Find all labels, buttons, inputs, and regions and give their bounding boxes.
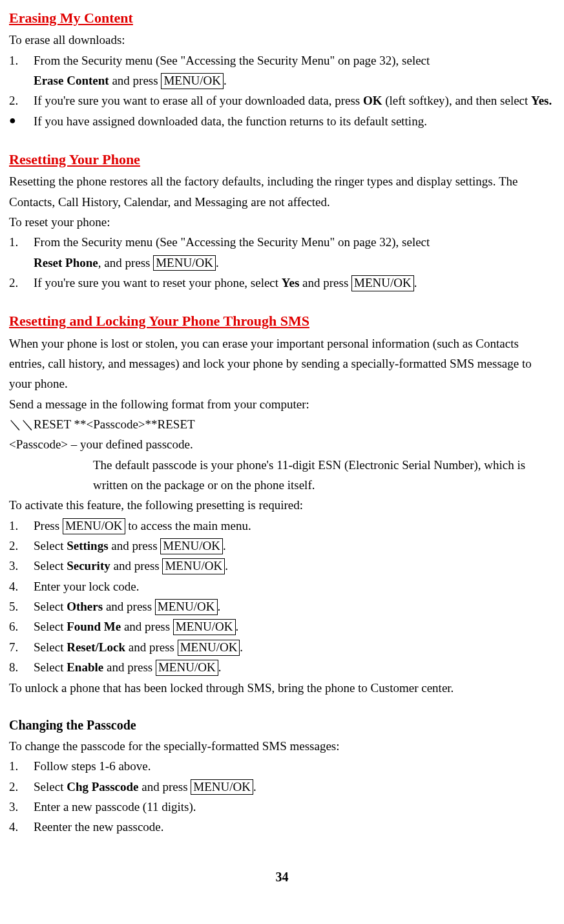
paragraph: Resetting the phone restores all the fac…: [9, 171, 555, 212]
boxed-key: MENU/OK: [156, 660, 218, 676]
boxed-key: MENU/OK: [160, 538, 223, 554]
list-body: Select Security and press MENU/OK.: [34, 556, 555, 576]
list-item: 6. Select Found Me and press MENU/OK.: [9, 616, 555, 636]
passcode-note: The default passcode is your phone's 11-…: [9, 455, 555, 496]
list-number: 8.: [9, 657, 34, 677]
page-number: 34: [9, 866, 555, 888]
bold-text: Found Me: [67, 620, 121, 633]
text: .: [216, 256, 219, 269]
bold-text: Erase Content: [34, 74, 109, 87]
bold-text: Security: [67, 559, 110, 572]
list-body: If you have assigned downloaded data, th…: [34, 111, 555, 131]
list-body: Select Enable and press MENU/OK.: [34, 657, 555, 677]
text: Select: [34, 600, 67, 613]
heading-resetting-your-phone: Resetting Your Phone: [9, 148, 555, 171]
text: and press: [125, 640, 178, 654]
boxed-key: MENU/OK: [351, 275, 414, 291]
text: .: [223, 539, 226, 552]
list-item: 7. Select Reset/Lock and press MENU/OK.: [9, 637, 555, 657]
list-item: 2. If you're sure you want to reset your…: [9, 273, 555, 293]
list-number: 1.: [9, 516, 34, 536]
text: .: [225, 559, 228, 572]
list-number: 7.: [9, 637, 34, 657]
boxed-key: MENU/OK: [153, 255, 216, 271]
boxed-key: MENU/OK: [178, 640, 240, 656]
boxed-key: MENU/OK: [63, 518, 125, 534]
bullet-icon: ●: [9, 111, 34, 131]
list-item: 2. If you're sure you want to erase all …: [9, 90, 555, 110]
list-item: 4. Reenter the new passcode.: [9, 817, 555, 837]
text: Press: [34, 519, 63, 532]
bold-text: OK: [363, 94, 382, 107]
text: If you're sure you want to reset your ph…: [34, 276, 282, 289]
text: , and press: [98, 256, 153, 269]
list-body: If you're sure you want to erase all of …: [34, 90, 555, 110]
list-number: 2.: [9, 273, 34, 293]
list-item: 1. Follow steps 1-6 above.: [9, 756, 555, 776]
text: From the Security menu (See "Accessing t…: [34, 54, 430, 67]
text: .: [218, 660, 222, 674]
list-body: Select Others and press MENU/OK.: [34, 596, 555, 616]
text: Select: [34, 780, 67, 793]
list-number: 1.: [9, 756, 34, 776]
list-body: Press MENU/OK to access the main menu.: [34, 516, 555, 536]
boxed-key: MENU/OK: [162, 558, 225, 574]
sms-format: ＼＼RESET **<Passcode>**RESET: [9, 414, 555, 434]
bold-text: Yes: [282, 276, 299, 289]
list-number: 2.: [9, 536, 34, 556]
list-number: 1.: [9, 50, 34, 91]
bold-text: Chg Passcode: [67, 780, 138, 793]
list-body: Select Found Me and press MENU/OK.: [34, 616, 555, 636]
boxed-key: MENU/OK: [161, 73, 224, 89]
text: From the Security menu (See "Accessing t…: [34, 235, 430, 249]
list-item: 3. Enter a new passcode (11 digits).: [9, 797, 555, 817]
list-body: Select Reset/Lock and press MENU/OK.: [34, 637, 555, 657]
heading-resetting-locking-sms: Resetting and Locking Your Phone Through…: [9, 310, 555, 333]
text: and press: [109, 539, 161, 552]
heading-changing-passcode: Changing the Passcode: [9, 715, 555, 736]
text: Select: [34, 539, 67, 552]
paragraph: Send a message in the following format f…: [9, 394, 555, 414]
list-number: 3.: [9, 556, 34, 576]
bold-text: Reset Phone: [34, 256, 98, 269]
text: and press: [110, 559, 163, 572]
bold-text: Reset/Lock: [67, 640, 125, 654]
list-number: 3.: [9, 797, 34, 817]
intro-text: To activate this feature, the following …: [9, 495, 555, 515]
paragraph: To unlock a phone that has been locked t…: [9, 678, 555, 698]
list-body: Enter your lock code.: [34, 576, 555, 596]
intro-text: To erase all downloads:: [9, 30, 555, 50]
list-body: From the Security menu (See "Accessing t…: [34, 50, 555, 91]
list-body: From the Security menu (See "Accessing t…: [34, 232, 555, 273]
list-body: Follow steps 1-6 above.: [34, 756, 555, 776]
list-body: Select Chg Passcode and press MENU/OK.: [34, 777, 555, 797]
list-item: 8. Select Enable and press MENU/OK.: [9, 657, 555, 677]
list-body: Enter a new passcode (11 digits).: [34, 797, 555, 817]
list-item: 1. Press MENU/OK to access the main menu…: [9, 516, 555, 536]
list-body: Select Settings and press MENU/OK.: [34, 536, 555, 556]
text: to access the main menu.: [125, 519, 251, 532]
list-number: 4.: [9, 817, 34, 837]
bold-text: Others: [67, 600, 103, 613]
text: If you're sure you want to erase all of …: [34, 94, 363, 107]
boxed-key: MENU/OK: [173, 619, 236, 635]
text: Select: [34, 660, 67, 674]
list-item: 1. From the Security menu (See "Accessin…: [9, 50, 555, 91]
list-number: 1.: [9, 232, 34, 273]
bold-text: Enable: [67, 660, 103, 674]
paragraph: When your phone is lost or stolen, you c…: [9, 333, 555, 394]
list-item: 2. Select Chg Passcode and press MENU/OK…: [9, 777, 555, 797]
intro-text: To change the passcode for the specially…: [9, 736, 555, 756]
list-number: 6.: [9, 616, 34, 636]
list-item: 3. Select Security and press MENU/OK.: [9, 556, 555, 576]
list-body: If you're sure you want to reset your ph…: [34, 273, 555, 293]
text: .: [240, 640, 243, 654]
text: and press: [103, 660, 156, 674]
list-item: 2. Select Settings and press MENU/OK.: [9, 536, 555, 556]
text: Select: [34, 620, 67, 633]
list-item: 1. From the Security menu (See "Accessin…: [9, 232, 555, 273]
bold-text: Yes.: [531, 94, 552, 107]
text: Select: [34, 559, 67, 572]
text: Select: [34, 640, 67, 654]
list-body: Reenter the new passcode.: [34, 817, 555, 837]
